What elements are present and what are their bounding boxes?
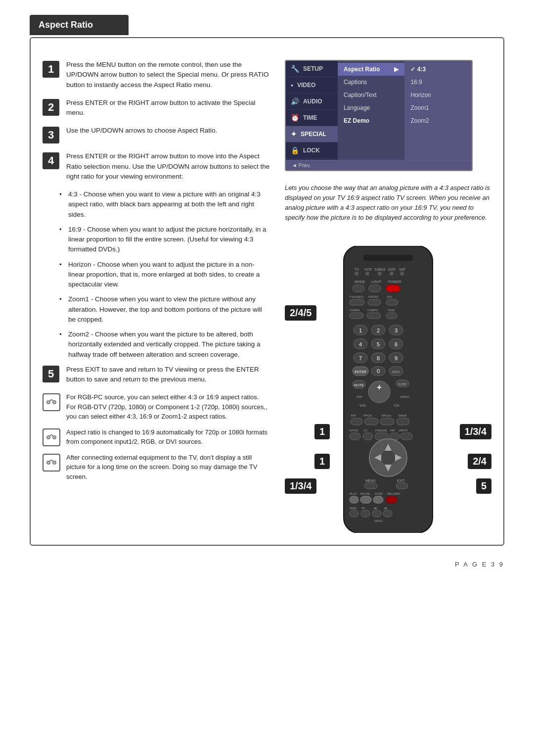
- svg-text:LIGHT: LIGHT: [371, 280, 382, 284]
- svg-text:REW: REW: [350, 507, 356, 510]
- svg-point-11: [54, 462, 55, 463]
- step-2-row: 2 Press ENTER or the RIGHT arrow button …: [43, 98, 270, 118]
- svg-rect-83: [397, 418, 409, 425]
- step-2-number: 2: [43, 99, 59, 116]
- svg-text:SAP: SAP: [356, 395, 362, 398]
- svg-rect-13: [363, 255, 413, 261]
- tv-menu-time-label: TIME: [303, 114, 317, 121]
- svg-text:COMP1: COMP1: [350, 309, 360, 312]
- svg-point-21: [378, 272, 382, 276]
- step-5-row: 5 Press EXIT to save and return to TV vi…: [43, 365, 270, 385]
- content-area: 1 Press the MENU button on the remote co…: [43, 60, 491, 533]
- svg-point-19: [355, 272, 358, 276]
- tv-menu-center-aspectratio: Aspect Ratio ▶: [338, 63, 405, 76]
- svg-text:CH: CH: [394, 404, 399, 407]
- caption-text: Lets you choose the way that an analog p…: [285, 183, 491, 223]
- bullet-item-horizon: Horizon - Choose when you want to adjust…: [59, 260, 270, 290]
- note-2-icon: [43, 428, 60, 446]
- svg-rect-110: [373, 496, 383, 503]
- bullet-item-zoom1: Zoom1 - Choose when you want to view the…: [59, 294, 270, 325]
- svg-text:FF: FF: [361, 507, 365, 510]
- svg-text:ENTER: ENTER: [355, 370, 366, 374]
- tv-menu-lock-label: LOCK: [303, 147, 320, 154]
- label-134-bot: 1/3/4: [285, 478, 316, 494]
- tv-menu-audio-label: AUDIO: [303, 98, 322, 105]
- svg-text:–SKIP–: –SKIP–: [373, 520, 384, 522]
- svg-point-20: [365, 272, 369, 276]
- svg-text:5: 5: [377, 341, 380, 347]
- svg-text:7: 7: [359, 355, 362, 361]
- svg-point-3: [54, 402, 55, 403]
- svg-rect-27: [353, 285, 364, 292]
- svg-text:|►: |►: [384, 507, 388, 510]
- step-1-row: 1 Press the MENU button on the remote co…: [43, 60, 270, 90]
- svg-text:8: 8: [377, 355, 380, 361]
- svg-text:6: 6: [395, 341, 398, 347]
- svg-text:PLAY: PLAY: [350, 492, 357, 495]
- svg-rect-118: [372, 510, 381, 517]
- tv-menu-right: ✓ 4:3 16:9 Horizon Zoom1 Zoom2: [404, 61, 472, 160]
- remote-area: 2/4/5 1/3/4 2/4 5 1 1 1/3/4: [285, 241, 491, 533]
- lock-icon: 🔒: [291, 146, 299, 154]
- svg-rect-108: [350, 496, 358, 503]
- svg-text:SAT: SAT: [399, 268, 406, 271]
- svg-text:RECORD: RECORD: [387, 492, 400, 495]
- svg-text:SWAP: SWAP: [398, 414, 406, 417]
- svg-text:3: 3: [395, 328, 398, 333]
- tv-menu-video-label: VIDEO: [297, 82, 315, 89]
- tv-menu-right-zoom1: Zoom1: [404, 101, 472, 114]
- left-column: 1 Press the MENU button on the remote co…: [43, 60, 270, 533]
- svg-text:TV: TV: [355, 268, 359, 271]
- svg-text:0: 0: [377, 368, 380, 374]
- setup-icon: 🔧: [291, 65, 299, 73]
- tv-menu-special: ✦ SPECIAL: [286, 126, 338, 142]
- label-1-bot: 1: [314, 454, 330, 469]
- svg-text:PAUSE: PAUSE: [360, 492, 370, 495]
- tv-menu-center-captiontext: Caption/Text: [338, 89, 405, 101]
- svg-text:4: 4: [359, 341, 362, 347]
- svg-text:MODE: MODE: [355, 280, 365, 284]
- tv-menu-inner: 🔧 SETUP ▪ VIDEO 🔊 AUDIO: [286, 61, 472, 160]
- svg-rect-93: [400, 433, 412, 440]
- note-1-icon: [43, 393, 60, 411]
- tv-menu-right-zoom2: Zoom2: [404, 114, 472, 127]
- page-footer: P A G E 3 9: [30, 561, 504, 568]
- svg-text:VIDEO: VIDEO: [400, 395, 409, 398]
- svg-text:PIP: PIP: [351, 414, 356, 417]
- tv-menu-time: ⏰ TIME: [286, 110, 338, 126]
- step-1-text: Press the MENU button on the remote cont…: [66, 60, 270, 90]
- svg-point-23: [400, 272, 404, 276]
- svg-text:RATIO: RATIO: [350, 429, 358, 432]
- label-24-right: 2/4: [468, 454, 491, 469]
- step-1-number: 1: [43, 61, 59, 78]
- page: Aspect Ratio 1 Press the MENU button on …: [20, 0, 514, 588]
- svg-text:FREEZE: FREEZE: [375, 429, 387, 432]
- svg-rect-29: [386, 285, 400, 292]
- svg-text:RGB: RGB: [388, 309, 395, 312]
- svg-text:COMP2: COMP2: [367, 309, 378, 312]
- note-3-text: After connecting external equipment to t…: [66, 453, 270, 482]
- bullet-item-43: 4:3 - Choose when you want to view a pic…: [59, 189, 270, 220]
- svg-text:+: +: [377, 383, 381, 391]
- svg-text:1: 1: [359, 328, 362, 333]
- label-245: 2/4/5: [285, 305, 316, 321]
- svg-point-22: [390, 272, 394, 276]
- svg-text:VOL: VOL: [359, 404, 366, 407]
- svg-rect-80: [351, 418, 362, 425]
- svg-text:FRONT: FRONT: [368, 295, 379, 298]
- time-icon: ⏰: [291, 114, 299, 122]
- svg-text:POWER: POWER: [388, 280, 401, 284]
- svg-text:VCR: VCR: [364, 268, 372, 271]
- svg-point-1: [48, 402, 49, 403]
- tv-menu-footer: ◄ Prev.: [286, 160, 472, 170]
- svg-rect-89: [350, 433, 360, 440]
- svg-point-7: [54, 437, 55, 438]
- svg-text:◄|: ◄|: [373, 507, 377, 510]
- tv-menu-center-language: Language: [338, 101, 405, 114]
- svg-rect-28: [369, 285, 381, 292]
- tv-menu-right-169: 16:9: [404, 76, 472, 89]
- svg-rect-40: [367, 313, 381, 319]
- tv-menu-left: 🔧 SETUP ▪ VIDEO 🔊 AUDIO: [286, 61, 338, 160]
- note-3-row: After connecting external equipment to t…: [43, 453, 270, 482]
- svg-point-95: [380, 450, 396, 466]
